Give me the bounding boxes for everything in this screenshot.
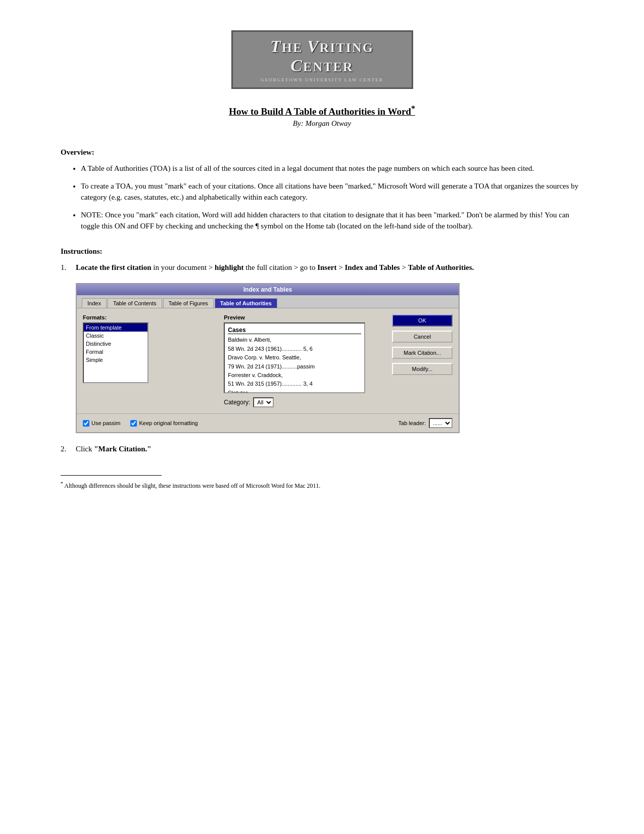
- formats-listbox[interactable]: From template Classic Distinctive Formal…: [83, 322, 148, 383]
- step-1-text-2: in your document >: [153, 263, 215, 271]
- footnote-divider: [61, 475, 162, 476]
- keep-formatting-text: Keep original formatting: [139, 420, 197, 426]
- format-classic[interactable]: Classic: [84, 332, 147, 340]
- step-1-text-5: >: [402, 263, 408, 271]
- preview-entry-5: Forrester v. Craddock,: [228, 372, 361, 379]
- dialog-body: Formats: From template Classic Distincti…: [77, 308, 459, 413]
- page-title: How to Build A Table of Authorities in W…: [61, 104, 583, 117]
- dialog-tabs[interactable]: Index Table of Contents Table of Figures…: [77, 295, 459, 308]
- step-1-content: Locate the first citation in your docume…: [76, 262, 583, 273]
- instructions-heading: Instructions:: [61, 247, 583, 256]
- footnote-symbol: *: [61, 481, 63, 486]
- format-formal[interactable]: Formal: [84, 348, 147, 356]
- step-1-bold-3: Insert: [317, 263, 336, 271]
- footnote-text: Although differences should be slight, t…: [64, 482, 320, 489]
- statutes-label: Statutes: [228, 390, 248, 394]
- use-passim-label[interactable]: Use passim: [83, 420, 120, 427]
- steps-list: 1. Locate the first citation in your doc…: [61, 262, 583, 273]
- category-select[interactable]: All: [253, 397, 274, 407]
- format-from-template[interactable]: From template: [84, 323, 147, 332]
- use-passim-text: Use passim: [91, 420, 120, 426]
- dialog-left-panel: Formats: From template Classic Distincti…: [83, 314, 218, 407]
- dialog-right-panel: OK Cancel Mark Citation... Modify...: [392, 314, 453, 407]
- category-label: Category:: [224, 399, 250, 406]
- title-asterisk: *: [411, 104, 415, 113]
- dialog-titlebar: Index and Tables: [77, 284, 459, 295]
- step-1: 1. Locate the first citation in your doc…: [61, 262, 583, 273]
- step-2-content: Click "Mark Citation.": [76, 443, 583, 455]
- preview-entry-1: Baldwin v. Alberti,: [228, 336, 361, 344]
- logo-subtitle: GEORGETOWN UNIVERSITY LAW CENTER: [243, 77, 402, 82]
- logo-drop-c: C: [290, 56, 303, 75]
- step-2-num: 2.: [61, 443, 71, 455]
- step-1-bold-4: Index and Tables: [344, 263, 400, 271]
- logo-box: THE VRITING CENTER GEORGETOWN UNIVERSITY…: [231, 30, 413, 89]
- preview-label: Preview: [224, 314, 386, 320]
- category-row: Category: All: [224, 397, 386, 407]
- step-2-bold: "Mark Citation.": [94, 445, 151, 453]
- tab-figures[interactable]: Table of Figures: [163, 298, 214, 308]
- dialog-box: Index and Tables Index Table of Contents…: [76, 283, 460, 433]
- footnote: * Although differences should be slight,…: [61, 480, 583, 490]
- dialog-wrapper: Index and Tables Index Table of Contents…: [76, 283, 583, 433]
- step-1-num: 1.: [61, 262, 71, 273]
- page-author: By: Morgan Otway: [61, 119, 583, 128]
- format-simple[interactable]: Simple: [84, 356, 147, 364]
- formats-label: Formats:: [83, 314, 218, 320]
- overview-heading: Overview:: [61, 148, 583, 157]
- preview-entry-3: Dravo Corp. v. Metro. Seattle,: [228, 354, 361, 361]
- use-passim-checkbox[interactable]: [83, 420, 89, 427]
- cancel-button[interactable]: Cancel: [392, 331, 453, 343]
- preview-entry-2: 58 Wn. 2d 243 (1961)............. 5, 6: [228, 345, 361, 353]
- overview-list: A Table of Authorities (TOA) is a list o…: [81, 163, 583, 232]
- list-item: NOTE: Once you "mark" each citation, Wor…: [81, 209, 583, 232]
- step-1-bold-2: highlight: [215, 263, 244, 271]
- instructions-section: Instructions: 1. Locate the first citati…: [61, 247, 583, 455]
- preview-box: Cases Baldwin v. Alberti, 58 Wn. 2d 243 …: [224, 322, 365, 393]
- step-1-text-3: the full citation > go to: [245, 263, 317, 271]
- mark-citation-button[interactable]: Mark Citation...: [392, 347, 453, 359]
- preview-entry-6: 51 Wn. 2d 315 (1957)............. 3, 4: [228, 380, 361, 388]
- logo-enter: ENTER: [303, 60, 354, 74]
- dialog-footer: Use passim Keep original formatting Tab …: [77, 413, 459, 432]
- step-1-bold-1: Locate the first citation: [76, 263, 152, 271]
- keep-formatting-checkbox[interactable]: [130, 420, 137, 427]
- logo-he: HE: [282, 40, 307, 55]
- list-item: To create a TOA, you must "mark" each of…: [81, 180, 583, 203]
- tab-authorities[interactable]: Table of Authorities: [215, 298, 277, 308]
- tab-leader-select[interactable]: ......: [429, 418, 453, 428]
- format-distinctive[interactable]: Distinctive: [84, 340, 147, 348]
- modify-button[interactable]: Modify...: [392, 363, 453, 375]
- tab-index[interactable]: Index: [82, 298, 107, 308]
- keep-formatting-label[interactable]: Keep original formatting: [130, 420, 197, 427]
- preview-category: Cases: [228, 327, 361, 334]
- list-item: A Table of Authorities (TOA) is a list o…: [81, 163, 583, 174]
- title-text: How to Build A Table of Authorities in W…: [229, 106, 411, 117]
- preview-entry-4: 79 Wn. 2d 214 (1971)..........passim: [228, 363, 361, 370]
- dialog-center-panel: Preview Cases Baldwin v. Alberti, 58 Wn.…: [224, 314, 386, 407]
- tab-toc[interactable]: Table of Contents: [108, 298, 162, 308]
- logo-drop-t: T: [270, 37, 282, 56]
- tab-leader-label: Tab leader:: [399, 420, 426, 426]
- overview-section: Overview: A Table of Authorities (TOA) i…: [61, 148, 583, 232]
- logo-riting: RITING: [320, 40, 374, 55]
- ok-button[interactable]: OK: [392, 314, 453, 327]
- step-1-text-4: >: [338, 263, 344, 271]
- step-2-text: Click: [76, 445, 94, 453]
- tab-leader-row: Tab leader: ......: [399, 418, 453, 428]
- page-title-section: How to Build A Table of Authorities in W…: [61, 104, 583, 128]
- step-1-bold-5: Table of Authorities.: [408, 263, 474, 271]
- steps-list-2: 2. Click "Mark Citation.": [61, 443, 583, 455]
- preview-entry-7: Statutes: [228, 389, 361, 394]
- logo-section: THE VRITING CENTER GEORGETOWN UNIVERSITY…: [61, 30, 583, 89]
- logo-drop-v: V: [307, 37, 320, 56]
- step-2: 2. Click "Mark Citation.": [61, 443, 583, 455]
- logo-title: THE VRITING CENTER: [243, 37, 402, 75]
